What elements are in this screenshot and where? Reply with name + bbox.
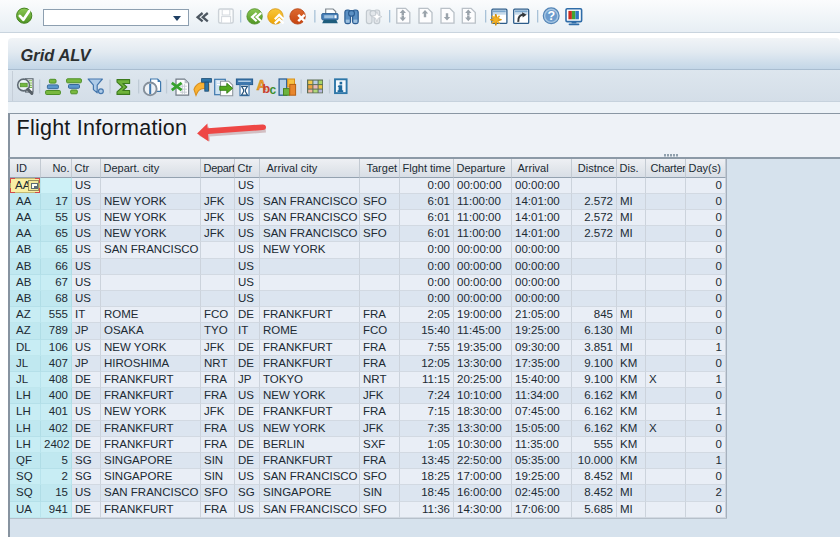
svg-text:?: ? <box>548 9 556 23</box>
svg-text:c: c <box>269 83 276 97</box>
